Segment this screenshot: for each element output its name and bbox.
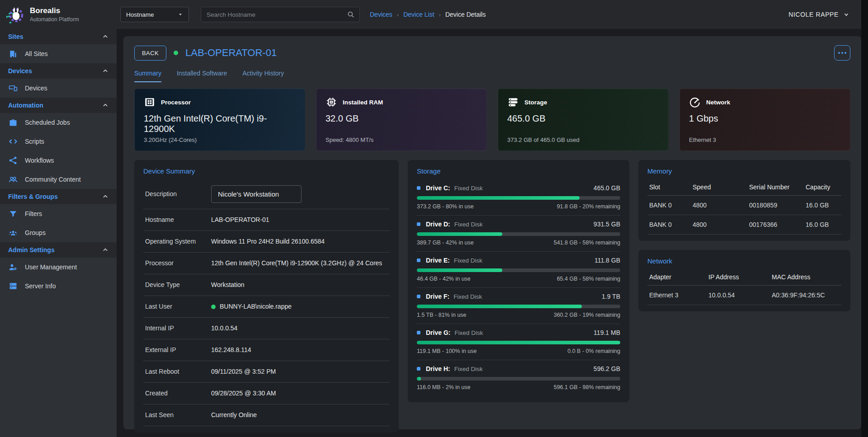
sidebar-item-scheduled-jobs[interactable]: Scheduled Jobs (0, 113, 117, 132)
sidebar-section-devices[interactable]: Devices (0, 63, 117, 79)
chevron-down-icon (843, 11, 849, 18)
drive-used-text: 1.5 TB - 81% in use (417, 312, 467, 318)
stat-card-storage: Storage 465.0 GB 373.2 GB of 465.0 GB us… (498, 89, 669, 151)
drive-usage-bar (417, 232, 620, 236)
row-label: Last Seen (143, 410, 211, 419)
sidebar-item-groups[interactable]: Groups (0, 223, 117, 242)
drive-row-c: Drive C: Fixed Disk 465.0 GB 373.2 GB - … (417, 179, 620, 216)
sidebar-item-workflows[interactable]: Workflows (0, 151, 117, 170)
tab-installed-software[interactable]: Installed Software (177, 70, 227, 82)
drive-bullet-icon (417, 295, 420, 298)
sidebar-item-filters[interactable]: Filters (0, 204, 117, 223)
drive-type: Fixed Disk (453, 293, 482, 300)
column-header: Adapter (647, 273, 708, 281)
drive-remaining-text: 596.1 GB - 98% remaining (554, 384, 620, 390)
user-menu[interactable]: NICOLE RAPPE (788, 11, 849, 18)
more-options-button[interactable] (834, 45, 850, 61)
drive-bullet-icon (417, 186, 420, 190)
brand-subtitle: Automation Platform (30, 16, 79, 23)
breadcrumb: Devices › Device List › Device Details (370, 11, 486, 18)
description-input[interactable] (211, 185, 302, 203)
chevron-up-icon (102, 68, 108, 74)
sidebar-item-all-sites[interactable]: All Sites (0, 44, 117, 63)
section-label: Devices (8, 67, 32, 75)
sidebar-item-devices[interactable]: Devices (0, 79, 117, 98)
detail-tabs: Summary Installed Software Activity Hist… (134, 70, 850, 82)
right-column: Memory Slot Speed Serial Number Capacity… (638, 160, 850, 311)
cell: Ethernet 3 (647, 291, 708, 299)
search-field-select[interactable]: Hostname (120, 7, 189, 22)
breadcrumb-separator: › (439, 11, 441, 18)
sidebar-section-automation[interactable]: Automation (0, 98, 117, 113)
back-button[interactable]: BACK (134, 46, 166, 61)
cell: 16.0 GB (806, 202, 841, 209)
ram-chip-icon (326, 96, 337, 108)
drive-type: Fixed Disk (454, 366, 483, 372)
breadcrumb-device-list[interactable]: Device List (403, 11, 434, 18)
drive-used-text: 119.1 MB - 100% in use (417, 348, 476, 354)
tab-activity-history[interactable]: Activity History (242, 70, 284, 82)
row-label: Created (143, 389, 211, 398)
main-area: Hostname Devices › Device List › Device … (117, 0, 861, 437)
drive-size: 465.0 GB (594, 184, 620, 192)
tab-summary[interactable]: Summary (134, 70, 161, 82)
drive-type: Fixed Disk (454, 185, 483, 192)
device-header: BACK LAB-OPERATOR-01 (134, 45, 850, 61)
sidebar-item-community-content[interactable]: Community Content (0, 170, 117, 189)
sidebar-item-scripts[interactable]: Scripts (0, 132, 117, 151)
sidebar-item-server-info[interactable]: Server Info (0, 277, 117, 296)
detail-panels: Device Summary Description Hostname LAB-… (134, 160, 850, 432)
app-shell: Borealis Automation Platform Sites All S… (0, 0, 861, 437)
summary-row-hostname: Hostname LAB-OPERATOR-01 (143, 209, 390, 231)
search-input[interactable] (207, 11, 347, 18)
summary-row-created: Created 09/28/2025 @ 3:30 AM (143, 383, 390, 404)
sidebar-section-admin-settings[interactable]: Admin Settings (0, 242, 117, 258)
row-value: LAB-OPERATOR-01 (211, 215, 269, 225)
column-header: Serial Number (749, 183, 806, 191)
summary-row-processor: Processor 12th Gen Intel(R) Core(TM) i9-… (143, 253, 390, 274)
drive-bullet-icon (417, 367, 420, 371)
groups-icon (8, 228, 18, 238)
device-details-card: BACK LAB-OPERATOR-01 Summary Installed S… (123, 36, 861, 429)
stat-card-processor: Processor 12th Gen Intel(R) Core(TM) i9-… (134, 89, 305, 151)
stat-card-value: 32.0 GB (326, 113, 477, 124)
row-label: Hostname (143, 215, 211, 224)
breadcrumb-devices[interactable]: Devices (370, 11, 392, 18)
nav-item-label: All Sites (25, 50, 48, 57)
row-label: Device Type (143, 280, 211, 289)
sidebar-section-sites[interactable]: Sites (0, 29, 117, 44)
drive-name: Drive F: (426, 293, 449, 300)
sidebar-item-user-management[interactable]: User Management (0, 258, 117, 277)
drive-used-text: 46.4 GB - 42% in use (417, 276, 471, 282)
column-header: Capacity (806, 183, 841, 191)
brand-logo-area[interactable]: Borealis Automation Platform (0, 0, 117, 29)
sidebar-section-filters-groups[interactable]: Filters & Groups (0, 189, 117, 204)
drive-name: Drive D: (426, 221, 450, 228)
drive-name: Drive C: (426, 184, 450, 192)
drive-bullet-icon (417, 222, 420, 226)
row-label: External IP (143, 345, 211, 354)
row-value: BUNNY-LAB\nicole.rappe (211, 302, 292, 311)
drive-name: Drive H: (426, 365, 450, 372)
page-title: LAB-OPERATOR-01 (185, 47, 277, 59)
summary-row-os: Operating System Windows 11 Pro 24H2 Bui… (143, 231, 390, 253)
drive-row-g: Drive G: Fixed Disk 119.1 MB 119.1 MB - … (417, 324, 620, 360)
stat-card-title: Installed RAM (343, 99, 383, 106)
drive-bullet-icon (417, 331, 420, 334)
drive-size: 1.9 TB (602, 293, 620, 300)
row-value: 09/11/2025 @ 3:52 PM (211, 367, 276, 376)
ellipsis-icon (838, 52, 840, 54)
column-header: Slot (647, 183, 693, 191)
cell: 00180859 (749, 202, 806, 209)
row-value: 12th Gen Intel(R) Core(TM) i9-12900K (3.… (211, 258, 382, 268)
section-label: Sites (8, 33, 23, 40)
summary-row-external-ip: External IP 162.248.8.114 (143, 339, 390, 361)
server-icon (8, 281, 18, 291)
drive-remaining-text: 91.8 GB - 20% remaining (557, 203, 620, 210)
stat-card-title: Storage (524, 99, 547, 106)
drive-type: Fixed Disk (454, 257, 482, 264)
row-label: Processor (143, 258, 211, 268)
search-icon[interactable] (347, 10, 355, 19)
breadcrumb-current: Device Details (445, 11, 486, 18)
stat-card-footer: 373.2 GB of 465.0 GB used (507, 136, 659, 143)
